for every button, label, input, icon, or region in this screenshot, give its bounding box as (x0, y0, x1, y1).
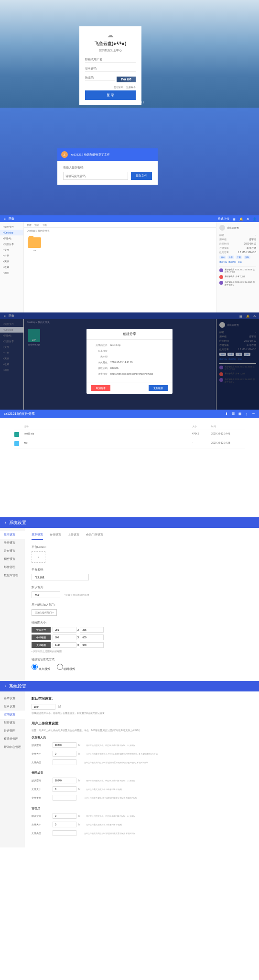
name-input[interactable] (32, 574, 89, 580)
extract-box: Z zz121213 给您加密分享了文件 请输入提取密码: 提取文件 (57, 148, 158, 185)
tag[interactable]: 下载 (236, 256, 242, 259)
settings-sidebar-item[interactable]: 帮助中心管理 (0, 743, 25, 751)
cancel-share-button[interactable]: 取消分享 (91, 385, 110, 391)
nav-input[interactable] (32, 591, 60, 598)
sidebar-item[interactable]: • 文件 (0, 247, 23, 253)
comment-avatar (219, 275, 223, 279)
back-icon[interactable]: ‹ (5, 684, 6, 689)
download-icon[interactable]: ⬇ (225, 412, 228, 416)
url-radio-temp[interactable]: 临时模式 (57, 664, 76, 671)
gear-icon[interactable]: ⚙ (246, 217, 249, 221)
panel-actions[interactable]: 修改头像 · 修改密码 · 退出 (219, 261, 256, 263)
user-icon[interactable]: 👤 (252, 217, 256, 221)
bell-icon[interactable]: 🔔 (239, 217, 243, 221)
settings-sidebar-item[interactable]: 外链管理 (0, 727, 25, 735)
table-row[interactable]: test15.zip470KB2020-10-12 14:41 (14, 430, 245, 439)
thumb-w[interactable] (53, 642, 76, 648)
reg-button[interactable]: 未加入任何部门 + (32, 609, 57, 616)
register-link[interactable]: 注册账号 (126, 86, 136, 89)
settings-sidebar-item[interactable]: 数据库管理 (0, 571, 25, 579)
thumb-w[interactable] (53, 635, 76, 640)
list-icon[interactable]: ☰ (231, 412, 235, 416)
login-button[interactable]: 登 录 (85, 90, 136, 100)
thumb-h[interactable] (80, 627, 104, 633)
info-label: 用户组 (219, 238, 227, 241)
settings-sidebar-item[interactable]: 空间设置 (0, 711, 25, 719)
settings-sidebar-item[interactable]: 邮件管理 (0, 563, 25, 571)
thumb-w[interactable] (53, 627, 76, 633)
tag[interactable]: 分享 (227, 256, 234, 259)
field-input[interactable] (53, 778, 76, 783)
extract-input[interactable] (63, 172, 128, 180)
captcha-image[interactable]: Wa B6 (117, 77, 136, 82)
thumb-h[interactable] (80, 642, 104, 648)
tag[interactable]: 复制 (244, 256, 250, 259)
toolbar-button[interactable]: 新建 (27, 223, 32, 226)
thumb-button[interactable]: 中缩略图 (32, 635, 51, 640)
tag[interactable]: 编辑 (219, 256, 226, 259)
login-screen: ☁ 飞鱼云盘(๑•́/•̀๑) 您的数据安全中心 Wa B6 忘记密码 注册账号… (0, 0, 259, 108)
more-icon[interactable]: ⋯ (251, 412, 255, 416)
sharelist-title: zz121213的文件分享 (4, 412, 35, 416)
extract-button[interactable]: 提取文件 (131, 172, 152, 180)
settings-sidebar-item[interactable]: 登录设置 (0, 702, 25, 711)
settings-sidebar-item[interactable]: 基本设置 (0, 531, 25, 539)
space-input[interactable] (32, 704, 55, 710)
settings-main: 基本设置存储设置上传设置会员门店设置 平台LOGO: + 平台名称: 默认首页:… (25, 528, 259, 681)
thumb-h[interactable] (80, 635, 104, 640)
settings-sidebar-item[interactable]: 积分设置 (0, 555, 25, 563)
settings-sidebar-item[interactable]: 云存设置 (0, 547, 25, 555)
toolbar-button[interactable]: 下载 (42, 223, 47, 226)
upload-link[interactable]: 快速上传 (218, 217, 229, 221)
sidebar-item[interactable]: • 收藏 (0, 264, 23, 270)
menu-icon[interactable]: ≡ (3, 217, 7, 221)
grid-icon[interactable]: ▦ (232, 217, 236, 221)
field-input[interactable] (53, 813, 76, 819)
field-input[interactable] (53, 759, 76, 765)
settings-sidebar-item[interactable]: 登录设置 (0, 539, 25, 547)
field-input[interactable] (53, 795, 76, 801)
forgot-link[interactable]: 忘记密码 (114, 86, 123, 89)
info-label: 已用容量 (219, 251, 229, 254)
toolbar-button[interactable]: 预览 (34, 223, 39, 226)
topbar: ≡网盘 快速上传 ▦ 🔔 ⚙ 👤 (0, 215, 259, 222)
settings-sidebar-item[interactable]: 邮件设置 (0, 719, 25, 727)
thumb-button[interactable]: 中等尺寸 (32, 627, 51, 633)
sidebar: • 我的文件• Desktop• 回收站• 我的分享• 文件• 分享• 离线• … (0, 222, 24, 312)
field-input[interactable] (53, 751, 76, 757)
sidebar-item[interactable]: • 我的文件 (0, 224, 23, 230)
table-row[interactable]: zzz-2020-10-12 14:38 (14, 439, 245, 448)
folder-item[interactable]: zzz (28, 237, 41, 252)
name-label: 平台名称: (32, 568, 252, 572)
password-input[interactable] (85, 66, 136, 72)
url-radio-perm[interactable]: 永久模式 (32, 664, 50, 671)
sidebar-item[interactable]: • 相册 (0, 270, 23, 276)
grid-icon[interactable]: ▦ (238, 412, 242, 416)
tab[interactable]: 基本设置 (32, 533, 43, 540)
captcha-input[interactable] (85, 75, 115, 81)
sidebar-item[interactable]: • 分享 (0, 253, 23, 258)
tab[interactable]: 会员门店设置 (86, 533, 103, 540)
field-input[interactable] (53, 742, 76, 748)
breadcrumb[interactable]: Desktop › 我的文件夹 (24, 228, 216, 234)
filemanager-screen: ≡网盘 快速上传 ▦ 🔔 ⚙ 👤 • 我的文件• Desktop• 回收站• 我… (0, 215, 259, 312)
settings-sidebar-item[interactable]: 基本设置 (0, 694, 25, 702)
sidebar-item[interactable]: • 我的分享 (0, 241, 23, 247)
sidebar-item[interactable]: • 回收站 (0, 235, 23, 241)
settings-sidebar-item[interactable]: 权限组管理 (0, 735, 25, 743)
back-icon[interactable]: ‹ (5, 520, 6, 525)
modal-overlay[interactable]: 创建分享 分享的文件test15.zip分享地址无水印永久有效2020-10-1… (0, 312, 259, 410)
field-input[interactable] (53, 786, 76, 792)
sidebar-item[interactable]: • Desktop (0, 230, 23, 235)
tab[interactable]: 上传设置 (68, 533, 79, 540)
sort-icon[interactable]: ↕ (245, 412, 248, 416)
username-input[interactable] (85, 56, 136, 63)
modal-body: 分享的文件test15.zip分享地址无水印永久有效2020-10-13 14:… (86, 340, 173, 382)
copy-link-button[interactable]: 复制链接 (149, 385, 168, 391)
tab[interactable]: 存储设置 (50, 533, 61, 540)
thumb-button[interactable]: 大缩略图 (32, 642, 51, 648)
sidebar-item[interactable]: • 离线 (0, 258, 23, 264)
logo-upload[interactable]: + (32, 551, 45, 563)
field-input[interactable] (53, 830, 76, 836)
field-input[interactable] (53, 822, 76, 827)
